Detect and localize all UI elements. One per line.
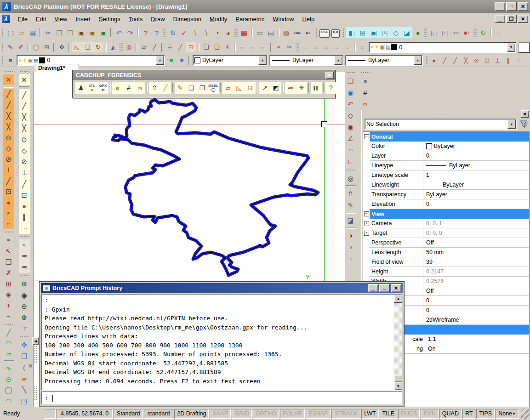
line-combo-dropdown-icon[interactable]: ▼ [334, 56, 342, 65]
property-value[interactable]: Off [423, 238, 529, 247]
toolbar-grip[interactable] [1, 28, 4, 37]
table-columns-button[interactable]: ||| [360, 75, 371, 87]
esnap2-apparent-intersection-button[interactable]: ╳ [19, 123, 30, 134]
audit-button[interactable]: ◔ [211, 27, 222, 38]
regen-button[interactable]: ↻ [167, 27, 178, 38]
toolbar-grip[interactable] [473, 28, 477, 37]
menu-parametric[interactable]: Parametric [231, 14, 268, 24]
solid-button[interactable]: ▱ [139, 42, 149, 52]
refresh-button[interactable]: ↻ [478, 27, 489, 38]
select-freehand-button[interactable]: /// [3, 235, 14, 246]
snap-nearest-button[interactable]: ◌ [513, 55, 524, 65]
prompt-close-button[interactable]: ✕ [391, 284, 401, 292]
property-value[interactable]: On [425, 344, 529, 353]
north-arrow-button[interactable]: ⇧ [149, 82, 160, 94]
draw-spline-button[interactable]: ∿ [3, 363, 14, 374]
menu-file[interactable]: File [14, 14, 32, 24]
ucs-face-button[interactable]: ◇ [345, 110, 356, 121]
coord-filter-0-button[interactable]: 0, [19, 239, 30, 250]
esnap-tangent-button[interactable]: ⊘ [3, 153, 14, 165]
snap-center-button[interactable]: ⊙ [471, 55, 482, 65]
menu-window[interactable]: Window [268, 14, 298, 24]
resize-grip[interactable] [521, 409, 530, 419]
scroll-thumb[interactable] [394, 375, 402, 382]
modify-copy-button[interactable]: ❐ [19, 351, 30, 362]
cut-button[interactable]: ✂ [43, 27, 54, 38]
visual-style-box-button[interactable]: ◪ [345, 215, 356, 226]
child-restore-button[interactable]: ❐ [506, 15, 517, 23]
paste-special-button[interactable]: ▣ [87, 27, 98, 38]
status-toggle-none[interactable]: None ▼ [496, 409, 519, 419]
deselect-button[interactable]: ✗ [3, 267, 14, 278]
status-blank-cell[interactable] [44, 409, 56, 419]
menu-settings[interactable]: Settings [95, 14, 125, 24]
child-close-button[interactable]: ✕ [518, 15, 528, 23]
layer-states-teal-button[interactable]: ≡ [310, 42, 321, 52]
menu-modify[interactable]: Modify [205, 14, 231, 24]
esnap2-clear-button[interactable]: ✕ [19, 74, 30, 85]
menu-draw[interactable]: Draw [147, 14, 169, 24]
paste-as-block-button[interactable]: ▣ [98, 27, 109, 38]
grid-lines-button[interactable]: # [123, 82, 134, 94]
zoom-dynamic-button[interactable]: ◉ [19, 289, 30, 301]
purge-button[interactable]: ∖ [189, 27, 200, 38]
property-value[interactable]: Off [423, 286, 529, 295]
viewport-cube-button[interactable]: ◪ [401, 27, 412, 38]
modify-scale-button[interactable]: ◳ [19, 395, 30, 406]
select-previous-button[interactable]: ↖ [3, 246, 14, 257]
column-lines-button[interactable]: ||| [112, 82, 123, 94]
ucs-dialog-button[interactable]: ❏ [345, 75, 356, 87]
coord-filter-y-button[interactable]: .00] [19, 262, 30, 273]
break-entities-button[interactable]: ⊟ [245, 82, 256, 94]
esnap2-tangent-button[interactable]: ⊘ [19, 156, 30, 167]
property-value[interactable]: 1 [423, 170, 529, 180]
gsel-button[interactable]: GSEL◯ [208, 82, 219, 94]
expand-icon[interactable]: + [364, 221, 369, 226]
view-pair-3-button[interactable]: ◑ [345, 253, 356, 264]
minimize-button[interactable]: _ [495, 2, 505, 11]
draw-polyline-button[interactable]: ▱ [3, 348, 14, 359]
snap-from-button[interactable]: ● [429, 55, 439, 65]
property-value[interactable]: ByLayer [423, 180, 529, 189]
toolbar-grip[interactable] [4, 231, 13, 233]
status-workspace[interactable]: 2D Drafting [174, 409, 209, 419]
esnap2-endpoint-button[interactable]: ╱ [19, 89, 30, 100]
property-filter-funnel-icon[interactable] [519, 120, 529, 128]
menu-edit[interactable]: Edit [32, 14, 50, 24]
esnap2-parallel-button[interactable]: ∥ [19, 212, 30, 223]
property-value[interactable]: ByLayer [423, 161, 529, 170]
gpx-track-outline[interactable] [113, 100, 318, 275]
toolbar-grip[interactable] [120, 43, 123, 52]
line-combo-dropdown-icon[interactable]: ▼ [414, 56, 422, 65]
menu-help[interactable]: Help [298, 14, 319, 24]
help-button[interactable]: ? [140, 27, 151, 38]
ucs-origin-button[interactable]: ∟ [345, 156, 356, 167]
snap-insertion-button[interactable]: ⊡ [482, 55, 492, 65]
layer-bulb-button[interactable]: ≡ [331, 42, 342, 52]
forensics-title-bar[interactable]: CADCHUP_FORENSICS ✕ [73, 70, 335, 80]
import-gpx-button[interactable]: GPX⇐ [97, 82, 108, 94]
rotate-reference-button[interactable]: ◺ [72, 42, 82, 52]
select-circle-button[interactable]: ◯ [31, 42, 41, 52]
select-remove-button[interactable]: − [3, 311, 14, 322]
erase-button[interactable]: ✐ [16, 42, 26, 52]
eyedropper-button[interactable]: ╲ [19, 384, 30, 395]
toolbar-grip[interactable] [20, 70, 29, 73]
toolbar-grip[interactable] [296, 43, 299, 52]
esnap2-intersection-button[interactable]: ╳ [19, 112, 30, 123]
snap-endpoint-button[interactable]: ╱ [439, 55, 450, 65]
status-toggle-dyn[interactable]: DYN [421, 409, 438, 419]
manuals-button[interactable]: ▌▌ [311, 82, 322, 94]
pane-layout-bottom-button[interactable]: ◱ [428, 27, 439, 38]
snap-perpendicular-button[interactable]: ⊥ [492, 55, 503, 65]
snap-parallel-button[interactable]: ∥ [503, 55, 513, 65]
lengthen-button[interactable]: ┼ [165, 42, 175, 52]
view-pair-1-button[interactable]: ◑ [345, 230, 356, 241]
audit-angle-button[interactable]: ◺ [234, 82, 245, 94]
select-document-button[interactable]: ❏ [3, 256, 14, 267]
undo-button[interactable]: ↶ [114, 27, 125, 38]
render-sphere-button[interactable]: ● [412, 27, 423, 38]
status-toggle-strack[interactable]: STRACK [331, 409, 360, 419]
section-header-bar[interactable]: View [370, 209, 529, 219]
dock-grip[interactable] [34, 386, 37, 400]
